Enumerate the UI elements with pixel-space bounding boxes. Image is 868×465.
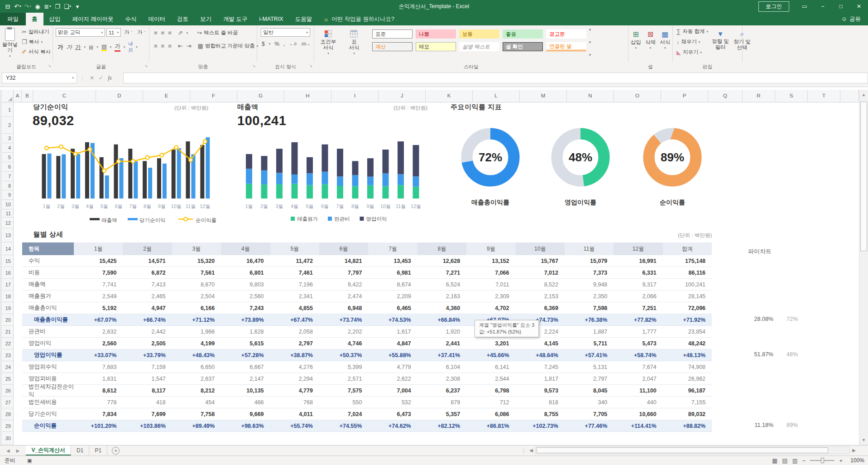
cell[interactable]: 454 — [172, 397, 221, 408]
row-header-6[interactable]: 6 — [2, 162, 13, 172]
cell[interactable]: +66.74% — [123, 314, 172, 326]
column-header-T[interactable]: T — [808, 90, 840, 102]
row-header-22[interactable]: 22 — [2, 338, 13, 349]
row-header-29[interactable]: 29 — [2, 420, 13, 432]
cell[interactable]: 5,615 — [221, 338, 270, 349]
cell[interactable]: 2,153 — [516, 291, 565, 302]
horizontal-scrollbar-thumb[interactable] — [537, 447, 828, 453]
formula-input[interactable] — [123, 73, 868, 83]
grow-font-button[interactable]: 가ˆ — [122, 28, 134, 37]
column-header-A[interactable]: A — [14, 90, 22, 102]
cell[interactable]: 2,797 — [270, 338, 319, 349]
cell[interactable]: 1,887 — [565, 326, 614, 338]
cell[interactable]: 550 — [319, 397, 368, 408]
row-label[interactable]: 당기순이익 — [22, 408, 74, 420]
cell[interactable]: 340 — [565, 397, 614, 408]
row-header-8[interactable]: 8 — [2, 181, 13, 190]
cell[interactable]: 7,461 — [270, 267, 319, 279]
cell[interactable]: 6,465 — [368, 302, 417, 314]
cell[interactable]: 2,549 — [74, 291, 123, 302]
cell[interactable]: 4,746 — [319, 338, 368, 349]
align-middle-icon[interactable]: ≡ — [161, 29, 165, 36]
align-top-icon[interactable]: ≡ — [154, 29, 158, 36]
cell-total[interactable]: 86,116 — [663, 267, 712, 279]
cell[interactable]: 6,369 — [516, 302, 565, 314]
cell[interactable]: +74.62% — [368, 420, 417, 432]
cell[interactable]: 2,308 — [417, 373, 466, 385]
cell[interactable]: 7,066 — [466, 267, 515, 279]
cell[interactable]: 9,317 — [614, 279, 662, 291]
cell[interactable]: 1,966 — [172, 326, 221, 338]
cell[interactable]: 7,011 — [466, 279, 515, 291]
menu-tab-formulas[interactable]: 수식 — [119, 13, 142, 25]
cell[interactable]: 4,855 — [270, 302, 319, 314]
column-header-L[interactable]: L — [473, 90, 520, 102]
conditional-formatting-button[interactable]: 조건부 서식▾ — [314, 27, 342, 57]
cell[interactable]: 5,131 — [565, 361, 614, 373]
cell[interactable]: 6,650 — [172, 361, 221, 373]
column-header-O[interactable]: O — [614, 90, 661, 102]
cell[interactable]: 5,192 — [74, 302, 123, 314]
row-label[interactable]: 법인세비용 — [22, 397, 74, 408]
donut-chart-영업이익률[interactable]: 48% — [547, 123, 614, 191]
cell[interactable]: +48.43% — [172, 349, 221, 361]
cell[interactable]: 1,817 — [516, 373, 565, 385]
cell[interactable]: 2,632 — [74, 326, 123, 338]
format-painter-button[interactable]: ✐서식 복사 — [20, 48, 53, 56]
cell[interactable]: 1,631 — [74, 373, 123, 385]
italic-button[interactable]: 가 — [67, 44, 72, 51]
cell[interactable]: +86.81% — [466, 420, 515, 432]
cell[interactable]: 2,224 — [516, 326, 565, 338]
cell[interactable]: +37.41% — [417, 349, 466, 361]
cell[interactable]: +77.82% — [614, 314, 662, 326]
page-layout-view-icon[interactable]: ▤ — [782, 457, 787, 464]
column-header-D[interactable]: D — [96, 90, 143, 102]
cell-style-메모[interactable]: 메모 — [416, 42, 456, 51]
cell[interactable]: 2,560 — [74, 338, 123, 349]
cell[interactable]: 2,465 — [123, 291, 172, 302]
column-header-C[interactable]: C — [33, 90, 96, 102]
cancel-entry-icon[interactable]: ✕ — [90, 75, 94, 81]
column-header-G[interactable]: G — [237, 90, 284, 102]
currency-format-icon[interactable]: $ — [262, 41, 265, 47]
cell-total[interactable]: 48,242 — [663, 338, 712, 349]
row-header-11[interactable]: 11 — [2, 209, 13, 218]
cell[interactable]: +58.74% — [614, 349, 662, 361]
cell[interactable]: 4,145 — [516, 338, 565, 349]
cell[interactable]: 4,779 — [270, 385, 319, 397]
row-header-9[interactable]: 9 — [2, 190, 13, 200]
column-header-E[interactable]: E — [143, 90, 190, 102]
table-header-3월[interactable]: 3월 — [172, 242, 221, 255]
cell[interactable]: 7,245 — [516, 361, 565, 373]
cell[interactable]: 2,350 — [565, 291, 614, 302]
row-header-19[interactable]: 19 — [2, 302, 13, 314]
cell-style-좋음[interactable]: 좋음 — [503, 29, 543, 39]
cell[interactable]: 418 — [123, 397, 172, 408]
cell-total[interactable]: 23,854 — [663, 326, 712, 338]
cell[interactable]: 13,152 — [466, 255, 515, 267]
column-header-I[interactable]: I — [331, 90, 379, 102]
tab-scroll-left-icon[interactable]: ◀ — [6, 448, 10, 453]
cell[interactable]: 4,360 — [417, 302, 466, 314]
fill-button[interactable]: ↓채우기▾ — [675, 38, 710, 46]
sales-stacked-chart[interactable]: 1월2월3월4월5월6월7월8월9월10월11월12월매출원가판관비영업이익 — [237, 136, 427, 227]
cell[interactable]: 7,413 — [123, 279, 172, 291]
cell[interactable]: 7,699 — [123, 408, 172, 420]
cell[interactable]: 1,777 — [614, 326, 662, 338]
horizontal-scrollbar[interactable]: ◀ ▶ — [527, 445, 858, 455]
cell[interactable]: 7,598 — [565, 302, 614, 314]
cell[interactable]: +57.41% — [565, 349, 614, 361]
cell[interactable]: 6,524 — [417, 279, 466, 291]
cell[interactable]: 2,797 — [565, 373, 614, 385]
table-header-11월[interactable]: 11월 — [565, 242, 614, 255]
cell[interactable]: 7,758 — [172, 408, 221, 420]
cell[interactable]: 6,872 — [123, 267, 172, 279]
cell[interactable]: 7,797 — [319, 267, 368, 279]
row-label[interactable]: 영업외수익 — [22, 361, 74, 373]
cell[interactable]: 6,948 — [319, 302, 368, 314]
cell[interactable]: 10,135 — [221, 385, 270, 397]
cell[interactable]: 1,501 — [466, 326, 515, 338]
increase-indent-icon[interactable]: ⇥ — [187, 43, 192, 49]
row-label[interactable]: 매출총이익 — [22, 302, 74, 314]
number-dialog-launcher-icon[interactable]: ↘ — [309, 64, 312, 68]
